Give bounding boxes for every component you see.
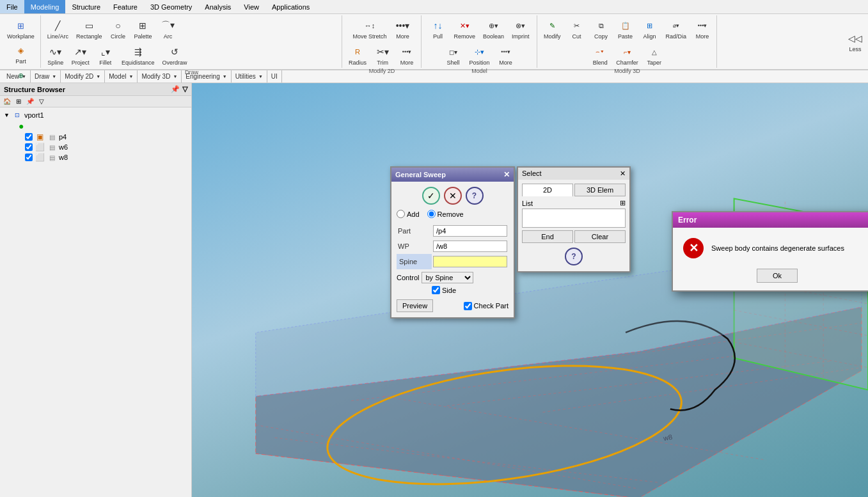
sidebar-filter-icon[interactable]: ▽ bbox=[182, 85, 187, 93]
copy-button[interactable]: ⧉ Copy bbox=[590, 17, 613, 42]
workplane-icon: ⊞ bbox=[13, 19, 28, 33]
control-select[interactable]: by Spine by Path by Sections bbox=[422, 272, 473, 283]
menu-feature[interactable]: Feature bbox=[107, 0, 144, 13]
position-button[interactable]: ⊹▾ Position bbox=[466, 43, 493, 68]
sidebar-filter2-icon[interactable]: ▽ bbox=[37, 97, 46, 106]
engineering-section-link[interactable]: Engineering ▼ bbox=[182, 70, 231, 83]
sidebar-home-icon[interactable]: 🏠 bbox=[1, 97, 13, 106]
select-help-button[interactable]: ? bbox=[565, 248, 583, 265]
sweep-help-button[interactable]: ? bbox=[466, 187, 484, 205]
tab-2d[interactable]: 2D bbox=[522, 184, 573, 196]
check-part-row[interactable]: Check Part bbox=[464, 302, 509, 310]
more-modify2d-button[interactable]: •••▾ More bbox=[391, 17, 414, 42]
model-section-link[interactable]: Model ▼ bbox=[105, 70, 138, 83]
part-input[interactable] bbox=[433, 225, 507, 237]
w6-checkbox[interactable] bbox=[25, 143, 33, 151]
fillet-button[interactable]: ⌞▾ Fillet bbox=[94, 43, 117, 68]
radio-add[interactable] bbox=[397, 210, 405, 218]
paste-button[interactable]: 📋 Paste bbox=[614, 17, 637, 42]
radio-add-label[interactable]: Add bbox=[397, 210, 420, 218]
boolean-button[interactable]: ⊕▾ Boolean bbox=[480, 17, 507, 42]
chamfer-button[interactable]: ⌐▾ Chamfer bbox=[613, 43, 642, 68]
project-button[interactable]: ↗▾ Project bbox=[68, 43, 93, 68]
end-button[interactable]: End bbox=[522, 230, 573, 243]
less-button[interactable]: ◁◁ Less bbox=[844, 29, 867, 54]
menu-structure[interactable]: Structure bbox=[65, 0, 107, 13]
sidebar-expand-icon[interactable]: ⊞ bbox=[14, 97, 23, 106]
modify-icon: ✎ bbox=[545, 19, 559, 33]
w8-checkbox[interactable] bbox=[25, 154, 33, 161]
side-checkbox[interactable] bbox=[432, 286, 440, 294]
list-expand-icon[interactable]: ⊞ bbox=[620, 199, 626, 207]
svg-line-13 bbox=[734, 342, 868, 368]
radio-remove[interactable] bbox=[427, 210, 436, 218]
more-modify3d-button[interactable]: •••▾ More bbox=[691, 17, 714, 42]
move-stretch-icon: ↔↕ bbox=[363, 19, 377, 33]
select-panel-close[interactable]: ✕ bbox=[620, 170, 626, 178]
rad-dia-button[interactable]: ⌀▾ Rad/Dia bbox=[663, 17, 690, 42]
blend-button[interactable]: ⌢▾ Blend bbox=[588, 43, 612, 68]
tree-item-w8[interactable]: ⬜ ▤ w8 bbox=[15, 152, 189, 162]
error-ok-button[interactable]: Ok bbox=[757, 269, 798, 283]
workplane-button[interactable]: ⊞ Workplane bbox=[4, 17, 38, 42]
remove-button[interactable]: ✕▾ Remove bbox=[451, 17, 479, 42]
shell-button[interactable]: ◻▾ Shell bbox=[442, 43, 465, 68]
modify3d-section-link[interactable]: Modify 3D ▼ bbox=[138, 70, 182, 83]
radius-button[interactable]: R Radius bbox=[345, 43, 370, 68]
draw-section-link[interactable]: Draw ▼ bbox=[31, 70, 61, 83]
palette-button[interactable]: ⊞ Palette bbox=[130, 17, 155, 42]
pull-button[interactable]: ↑↓ Pull bbox=[427, 17, 450, 42]
p4-checkbox[interactable] bbox=[25, 133, 33, 141]
radio-remove-label[interactable]: Remove bbox=[427, 210, 464, 218]
overdraw-button[interactable]: ↺ Overdraw bbox=[159, 43, 190, 68]
cut-button[interactable]: ✂ Cut bbox=[565, 17, 588, 42]
more-model-button[interactable]: •••▾ More bbox=[494, 43, 517, 68]
tree-item-p4[interactable]: ▣ ▤ p4 bbox=[15, 132, 189, 142]
align-button[interactable]: ⊞ Align bbox=[638, 17, 661, 42]
sweep-dialog-title[interactable]: General Sweep ✕ bbox=[391, 168, 514, 182]
clear-button[interactable]: Clear bbox=[574, 230, 626, 243]
sweep-ok-button[interactable]: ✓ bbox=[422, 187, 440, 205]
more-trim-button[interactable]: •••▾ More bbox=[395, 43, 418, 68]
equidistance-button[interactable]: ⇶ Equidistance bbox=[118, 43, 158, 68]
spine-input[interactable] bbox=[433, 256, 507, 267]
circle-button[interactable]: ○ Circle bbox=[106, 17, 129, 42]
svg-line-8 bbox=[275, 438, 658, 482]
utilities-section-link[interactable]: Utilities ▼ bbox=[232, 70, 267, 83]
new-section-link[interactable]: New ▼ bbox=[3, 70, 31, 83]
move-stretch-button[interactable]: ↔↕ Move Stretch bbox=[350, 17, 390, 42]
imprint-button[interactable]: ⊗▾ Imprint bbox=[509, 17, 533, 42]
rectangle-button[interactable]: ▭ Rectangle bbox=[73, 17, 106, 42]
check-part-checkbox[interactable] bbox=[464, 302, 472, 310]
trim-button[interactable]: ✂▾ Trim bbox=[371, 43, 394, 68]
modify2d-section-link[interactable]: Modify 2D ▼ bbox=[61, 70, 105, 83]
spline-button[interactable]: ∿▾ Spline bbox=[44, 43, 67, 68]
sidebar-pin2-icon[interactable]: 📌 bbox=[24, 97, 36, 106]
menu-view[interactable]: View bbox=[237, 0, 265, 13]
sweep-close-button[interactable]: ✕ bbox=[503, 170, 510, 179]
modify-button[interactable]: ✎ Modify bbox=[541, 17, 564, 42]
toolbar-group-modify3d: ✎ Modify ✂ Cut ⧉ Copy 📋 Paste ⊞ Align ⌀▾ bbox=[538, 15, 717, 68]
ui-section-link[interactable]: UI bbox=[267, 70, 282, 83]
sidebar-content: ▼ ⊡ vport1 ● ▣ ▤ p4 ⬜ ▤ w6 bbox=[0, 107, 191, 497]
tab-3d-elem[interactable]: 3D Elem bbox=[574, 184, 626, 196]
taper-button[interactable]: △ Taper bbox=[643, 43, 666, 68]
error-dialog-title[interactable]: Error ✕ bbox=[673, 212, 868, 228]
part-button[interactable]: ◈ Part bbox=[9, 42, 32, 67]
arc-button[interactable]: ⌒▾ Arc bbox=[156, 17, 179, 42]
menu-3d-geometry[interactable]: 3D Geometry bbox=[144, 0, 198, 13]
wp-input[interactable] bbox=[433, 241, 507, 252]
sweep-cancel-button[interactable]: ✕ bbox=[444, 187, 462, 205]
menu-applications[interactable]: Applications bbox=[265, 0, 316, 13]
menu-file[interactable]: File bbox=[0, 0, 24, 13]
tree-item-root[interactable]: ▼ ⊡ vport1 bbox=[3, 110, 189, 120]
menu-analysis[interactable]: Analysis bbox=[198, 0, 237, 13]
tree-item-green-dot[interactable]: ● bbox=[9, 120, 189, 132]
side-checkbox-row: Side bbox=[397, 286, 509, 294]
error-icon: ✕ bbox=[683, 238, 704, 258]
sidebar-pin-icon[interactable]: 📌 bbox=[171, 85, 180, 93]
line-arc-button[interactable]: ╱ Line/Arc bbox=[44, 17, 72, 42]
tree-item-w6[interactable]: ⬜ ▤ w6 bbox=[15, 142, 189, 152]
preview-button[interactable]: Preview bbox=[397, 299, 433, 312]
menu-modeling[interactable]: Modeling bbox=[24, 0, 66, 13]
